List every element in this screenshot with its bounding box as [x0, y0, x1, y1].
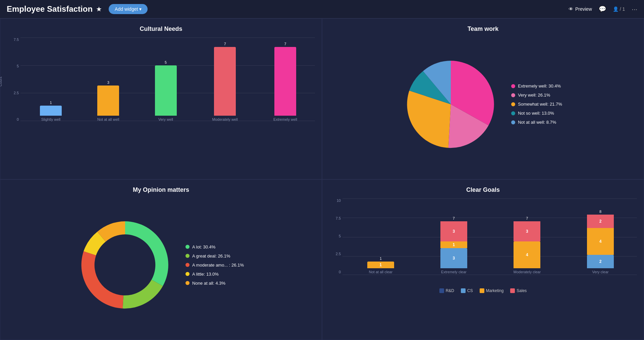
cultural-needs-widget: Cultural Needs Count 7.5 5 2.5 0 1 Sligh…: [0, 18, 322, 179]
bar-not-at-all-clear: 1 1 Not at all clear: [367, 257, 394, 274]
bar-not-at-all-well: 3 Not at all well: [97, 80, 119, 121]
cultural-needs-title: Cultural Needs: [7, 25, 315, 33]
clear-goals-legend: R&D CS Marketing Sales: [329, 288, 637, 293]
app-header: Employee Satisfaction ★ Add widget ▾ 👁 P…: [0, 0, 644, 18]
my-opinion-widget: My Opinion matters A lot: 3: [0, 179, 322, 340]
legend-extremely-well: Extremely well: 30.4%: [511, 83, 562, 89]
team-work-widget: Team work: [322, 18, 644, 179]
clear-goals-y-axis: 10 7.5 5 2.5 0: [329, 199, 342, 274]
eye-icon: 👁: [569, 6, 573, 12]
my-opinion-donut-container: A lot: 30.4% A great deal: 26.1% A moder…: [7, 199, 315, 332]
cultural-needs-chart: Count 7.5 5 2.5 0 1 Slightly well 3: [7, 38, 315, 131]
dashboard-grid: Cultural Needs Count 7.5 5 2.5 0 1 Sligh…: [0, 18, 644, 340]
svg-point-0: [102, 241, 149, 288]
user-icon: 👤: [613, 6, 619, 12]
bar-extremely-well: 7 Extremely well: [273, 42, 297, 121]
my-opinion-title: My Opinion matters: [7, 186, 315, 193]
team-work-pie-container: Extremely well: 30.4% Very well: 26.1% S…: [329, 38, 637, 171]
legend-not-so-well: Not so well: 13.0%: [511, 111, 562, 116]
bar-very-clear: 8 2 4 2 Very clear: [587, 210, 614, 274]
stacked-bars: 10 7.5 5 2.5 0 1 1: [329, 199, 637, 286]
preview-button[interactable]: 👁 Preview: [569, 6, 592, 12]
clear-goals-widget: Clear Goals 10 7.5 5 2.5 0: [322, 179, 644, 340]
app-title: Employee Satisfaction: [7, 4, 93, 14]
legend-very-well: Very well: 26.1%: [511, 93, 562, 98]
legend-marketing: Marketing: [480, 288, 504, 293]
team-work-legend: Extremely well: 30.4% Very well: 26.1% S…: [511, 83, 562, 125]
legend-somewhat-well: Somewhat well: 21.7%: [511, 102, 562, 107]
star-icon[interactable]: ★: [96, 5, 102, 13]
bar-slightly-well: 1 Slightly well: [40, 101, 62, 121]
team-work-pie-chart: [404, 57, 498, 151]
my-opinion-legend: A lot: 30.4% A great deal: 26.1% A moder…: [185, 244, 244, 286]
legend-a-little: A little: 13.0%: [185, 272, 244, 277]
legend-rd: R&D: [439, 288, 454, 293]
bar-moderately-clear: 7 4 3 Moderately clear: [514, 216, 541, 274]
legend-a-lot: A lot: 30.4%: [185, 244, 244, 249]
chat-icon[interactable]: 💬: [599, 5, 606, 13]
clear-goals-chart: 10 7.5 5 2.5 0 1 1: [329, 199, 637, 332]
legend-a-great-deal: A great deal: 26.1%: [185, 253, 244, 259]
user-info: 👤 / 1: [613, 6, 625, 12]
legend-none-at-all: None at all: 4.3%: [185, 281, 244, 286]
legend-sales: Sales: [510, 288, 527, 293]
bar-very-well: 5 Very well: [155, 60, 177, 121]
bar-moderately-well: 7 Moderately well: [212, 42, 238, 121]
legend-a-moderate-amount: A moderate amo... : 26.1%: [185, 263, 244, 268]
bar-extremely-clear: 7 3 1 3 Extremely clear: [440, 216, 467, 274]
clear-goals-title: Clear Goals: [329, 186, 637, 193]
header-right: 👁 Preview 💬 👤 / 1 ···: [569, 5, 637, 13]
my-opinion-donut-chart: [78, 218, 172, 312]
y-axis-title: Count: [0, 77, 2, 87]
y-axis: 7.5 5 2.5 0: [7, 38, 20, 121]
more-options-button[interactable]: ···: [632, 5, 637, 13]
add-widget-button[interactable]: Add widget ▾: [109, 4, 148, 14]
team-work-title: Team work: [329, 25, 637, 33]
legend-cs: CS: [461, 288, 473, 293]
legend-not-at-all-well: Not at all well: 8.7%: [511, 120, 562, 125]
